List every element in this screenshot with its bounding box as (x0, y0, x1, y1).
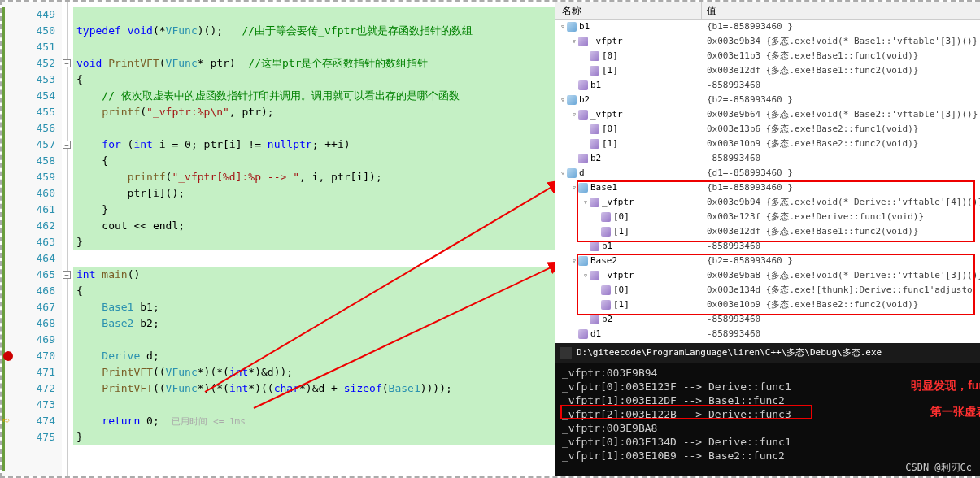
watch-row[interactable]: [0]0x003e11b3 {多态.exe!Base1::func1(void)… (555, 49, 980, 63)
field-icon (590, 198, 599, 207)
watch-row[interactable]: ▿d{d1=-858993460 }Derive (555, 166, 980, 180)
line-number: 461 (16, 202, 55, 218)
code-line[interactable]: printf("_vfptr:%p\n", ptr); (73, 104, 555, 120)
code-line[interactable]: typedef void(*VFunc)(); //由于等会要传_vfptr也就… (73, 23, 555, 39)
annotation-1: 明显发现，func3存在 (911, 379, 980, 393)
cube-icon (567, 168, 577, 178)
fold-toggle[interactable]: − (63, 271, 71, 279)
code-line[interactable]: PrintVFT((VFunc*)(*(int*)((char*)&d + si… (73, 380, 555, 397)
watch-value: 0x003e9ba8 {多态.exe!void(* Derive::'vftab… (702, 268, 980, 283)
expand-toggle[interactable]: ▿ (581, 195, 590, 210)
code-line[interactable] (73, 7, 555, 23)
expand-toggle[interactable]: ▿ (559, 93, 567, 107)
line-number: 471 (16, 364, 55, 380)
expand-toggle[interactable]: ▿ (559, 166, 567, 180)
code-line[interactable]: } (73, 234, 555, 250)
code-line[interactable]: PrintVFT((VFunc*)(*(int*)&d)); (73, 364, 555, 380)
expand-toggle[interactable]: ▿ (570, 180, 578, 195)
code-line[interactable]: void PrintVFT(VFunc* ptr) //这里ptr是个存函数指针… (73, 55, 555, 72)
fold-toggle[interactable]: − (63, 59, 71, 67)
watch-row[interactable]: ▿Base2{b2=-858993460 }Base2 (555, 254, 980, 268)
field-icon (578, 110, 588, 120)
watch-value: 0x003e13b6 {多态.exe!Base2::func1(void)} (702, 122, 980, 137)
field-icon (601, 285, 611, 295)
code-editor[interactable]: ➪ 44945045145245345445545645745845946046… (2, 2, 555, 476)
line-number: 453 (16, 72, 55, 88)
console-line: _vfptr[2]:003E122B --> Derive::func3 (562, 407, 980, 421)
code-line[interactable]: { (73, 153, 555, 169)
watch-value: 0x003e123f {多态.exe!Derive::func1(void)} (702, 210, 980, 224)
code-line[interactable]: ptr[i](); (73, 185, 555, 202)
code-line[interactable]: cout << endl; (73, 218, 555, 234)
code-line[interactable]: } (73, 429, 555, 445)
line-number: 459 (16, 169, 55, 185)
watch-row[interactable]: [1]0x003e10b9 {多态.exe!Base2::func2(void)… (555, 137, 980, 151)
watch-row[interactable]: b1-858993460int (555, 239, 980, 254)
line-number: 466 (16, 283, 55, 299)
code-line[interactable]: Base1 b1; (73, 299, 555, 315)
console-panel[interactable]: D:\giteecode\ProgramLanguage\liren\C++\多… (555, 343, 980, 476)
watch-row[interactable]: d1-858993460int (555, 327, 980, 341)
expand-toggle[interactable]: ▿ (581, 268, 590, 283)
code-line[interactable]: { (73, 283, 555, 299)
right-panel: 名称 值 类型 ▿b1{b1=-858993460 }Base1▿_vfptr0… (555, 2, 980, 476)
breakpoint-icon[interactable] (3, 351, 13, 361)
line-number: 475 (16, 429, 55, 445)
watch-value: {d1=-858993460 } (702, 166, 980, 180)
watch-name: d1 (590, 327, 601, 341)
expand-toggle[interactable]: ▿ (570, 107, 578, 122)
line-number: 456 (16, 120, 55, 137)
expand-toggle[interactable]: ▿ (570, 34, 578, 49)
watch-row[interactable]: b1-858993460int (555, 78, 980, 93)
watch-name: [0] (613, 210, 629, 224)
code-line[interactable] (73, 120, 555, 137)
line-number: 451 (16, 39, 55, 55)
watch-row[interactable]: ▿_vfptr0x003e9b64 {多态.exe!void(* Base2::… (555, 107, 980, 122)
expand-toggle[interactable]: ▿ (559, 20, 567, 34)
code-line[interactable]: printf("_vfptr[%d]:%p --> ", i, ptr[i]); (73, 169, 555, 185)
cube-icon (578, 183, 588, 193)
watch-row[interactable]: [0]0x003e134d {多态.exe![thunk]:Derive::fu… (555, 283, 980, 298)
console-line: _vfptr:003E9B94 (562, 366, 980, 380)
code-area[interactable]: typedef void(*VFunc)(); //由于等会要传_vfptr也就… (73, 2, 555, 476)
code-line[interactable]: for (int i = 0; ptr[i] != nullptr; ++i) (73, 137, 555, 153)
watch-value: -858993460 (702, 312, 980, 327)
code-line[interactable]: int main() (73, 267, 555, 283)
code-line[interactable]: } (73, 202, 555, 218)
code-line[interactable]: Base2 b2; (73, 315, 555, 332)
line-number: 472 (16, 380, 55, 397)
code-line[interactable] (73, 250, 555, 267)
watch-row[interactable]: [0]0x003e123f {多态.exe!Derive::func1(void… (555, 210, 980, 224)
field-icon (578, 154, 588, 163)
watch-row[interactable]: [1]0x003e12df {多态.exe!Base1::func2(void)… (555, 224, 980, 239)
watch-row[interactable]: ▿_vfptr0x003e9b94 {多态.exe!void(* Derive:… (555, 195, 980, 210)
code-line[interactable]: // 依次取虚表中的虚函数指针打印并调用。调用就可以看出存的是哪个函数 (73, 88, 555, 104)
code-line[interactable] (73, 332, 555, 348)
line-number: 458 (16, 153, 55, 169)
watch-row[interactable]: [0]0x003e13b6 {多态.exe!Base2::func1(void)… (555, 122, 980, 137)
watch-row[interactable]: b2-858993460int (555, 151, 980, 166)
code-line[interactable]: { (73, 72, 555, 88)
watch-row[interactable]: [1]0x003e10b9 {多态.exe!Base2::func2(void)… (555, 298, 980, 312)
code-line[interactable]: return 0; 已用时间 <= 1ms (73, 413, 555, 429)
line-number: 468 (16, 315, 55, 332)
line-number: 465 (16, 267, 55, 283)
expand-toggle[interactable]: ▿ (570, 254, 578, 268)
watch-row[interactable]: ▿_vfptr0x003e9b34 {多态.exe!void(* Base1::… (555, 34, 980, 49)
watch-panel[interactable]: 名称 值 类型 ▿b1{b1=-858993460 }Base1▿_vfptr0… (555, 2, 980, 343)
watch-name: d (579, 166, 585, 180)
watch-row[interactable]: ▿b2{b2=-858993460 }Base2 (555, 93, 980, 107)
code-line[interactable] (73, 39, 555, 55)
watch-value: 0x003e9b94 {多态.exe!void(* Derive::'vftab… (702, 195, 980, 210)
watch-row[interactable]: b2-858993460int (555, 312, 980, 327)
code-line[interactable] (73, 397, 555, 413)
fold-toggle[interactable]: − (63, 141, 71, 149)
watch-row[interactable]: ▿b1{b1=-858993460 }Base1 (555, 20, 980, 34)
code-line[interactable]: Derive d; (73, 348, 555, 364)
app-root: ➪ 44945045145245345445545645745845946046… (0, 0, 980, 478)
watch-value: {b2=-858993460 } (702, 93, 980, 107)
watch-row[interactable]: [1]0x003e12df {多态.exe!Base1::func2(void)… (555, 63, 980, 78)
field-icon (578, 37, 588, 46)
watch-row[interactable]: ▿_vfptr0x003e9ba8 {多态.exe!void(* Derive:… (555, 268, 980, 283)
watch-row[interactable]: ▿Base1{b1=-858993460 }Base1 (555, 180, 980, 195)
